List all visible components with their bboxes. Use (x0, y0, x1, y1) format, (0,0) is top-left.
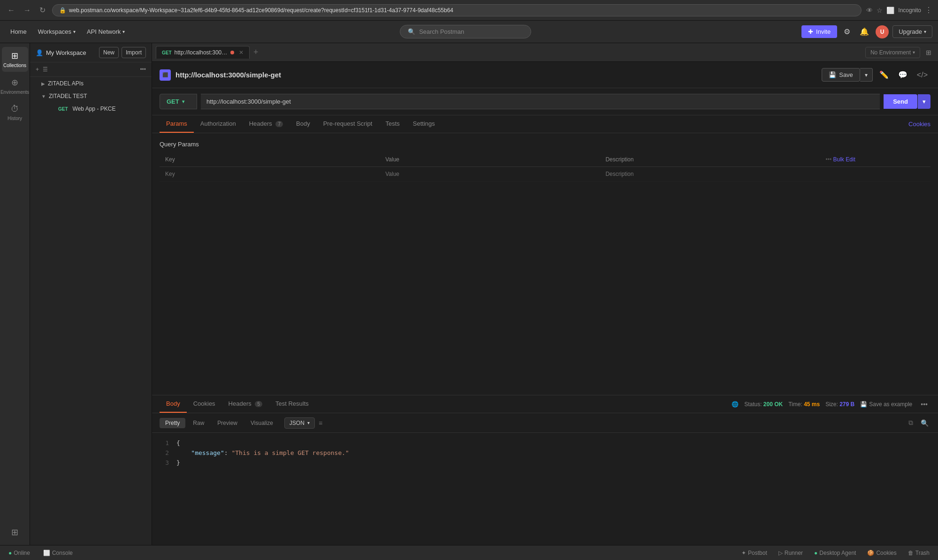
tab-close-btn[interactable]: ✕ (239, 49, 244, 56)
search-response-button[interactable]: 🔍 (919, 417, 930, 429)
cookies-link[interactable]: Cookies (908, 121, 930, 128)
reload-button[interactable]: ↻ (38, 4, 47, 16)
env-chevron-icon: ▾ (913, 50, 915, 55)
chevron-down-icon: ▼ (41, 94, 46, 99)
code-icon-btn[interactable]: </> (914, 68, 930, 82)
online-button[interactable]: ● Online (6, 549, 33, 557)
more-options-btn[interactable]: ••• (140, 66, 146, 73)
new-button[interactable]: New (99, 47, 119, 58)
desktop-agent-button[interactable]: ● Desktop Agent (811, 549, 859, 557)
sidebar-item-collections[interactable]: ⊞ Collections (2, 47, 28, 72)
tab-body[interactable]: Body (290, 115, 317, 133)
back-button[interactable]: ← (6, 4, 17, 16)
method-selector[interactable]: GET ▾ (160, 94, 197, 109)
sidebar-item-bottom[interactable]: ⊞ (2, 523, 28, 541)
copy-response-button[interactable]: ⧉ (907, 417, 915, 429)
status-code: 200 (763, 401, 773, 408)
search-container[interactable]: 🔍 Search Postman (400, 25, 531, 38)
code-line-1: 1 { (160, 439, 930, 448)
value-input[interactable] (385, 171, 594, 177)
postbot-button[interactable]: ✦ Postbot (739, 549, 770, 557)
method-badge-get: GET (56, 106, 70, 112)
api-network-chevron: ▾ (122, 29, 125, 34)
env-settings-icon[interactable]: ⊞ (923, 46, 934, 59)
tab-settings[interactable]: Settings (406, 115, 442, 133)
params-section: Query Params Key Value Description ••• B… (152, 133, 938, 395)
format-selector[interactable]: JSON ▾ (284, 417, 315, 429)
save-icon: 💾 (829, 71, 836, 78)
tab-url: http://localhost:3000/si (175, 49, 228, 56)
trash-button[interactable]: 🗑 Trash (905, 549, 932, 557)
col-actions: ••• Bulk Edit (820, 152, 930, 167)
resp-tab-headers[interactable]: Headers 5 (222, 395, 269, 413)
edit-icon-btn[interactable]: ✏️ (877, 68, 892, 82)
cookies-bottom-button[interactable]: 🍪 Cookies (864, 549, 899, 557)
resp-tab-test-results[interactable]: Test Results (269, 395, 315, 413)
collections-icon: ⊞ (11, 51, 18, 61)
body-tab-preview[interactable]: Preview (212, 418, 243, 428)
tab-tests[interactable]: Tests (379, 115, 406, 133)
send-button[interactable]: Send (884, 94, 917, 109)
search-icon: 🔍 (408, 28, 415, 35)
body-tab-visualize[interactable]: Visualize (245, 418, 279, 428)
workspaces-link[interactable]: Workspaces ▾ (33, 25, 80, 38)
workspaces-chevron: ▾ (73, 29, 76, 34)
chevron-right-icon: ▶ (41, 81, 45, 86)
filter-btn[interactable]: ☰ (43, 66, 48, 73)
request-web-app-pkce[interactable]: GET Web App - PKCE (32, 103, 150, 115)
sidebar-item-history[interactable]: ⏱ History (2, 100, 28, 125)
console-button[interactable]: ⬜ Console (40, 549, 76, 557)
save-example-button[interactable]: 💾 Save as example (860, 401, 912, 408)
tablet-icon: ⬜ (886, 7, 894, 14)
response-tabs-bar: Body Cookies Headers 5 Test Results 🌐 St… (152, 395, 938, 413)
body-tabs-bar: Pretty Raw Preview Visualize JSON ▾ ≡ ⧉ … (152, 413, 938, 433)
forward-button[interactable]: → (22, 4, 33, 16)
sidebar-item-history-label: History (8, 116, 22, 121)
api-network-link[interactable]: API Network ▾ (82, 25, 130, 38)
collection-zitadel-test[interactable]: ▼ ZITADEL TEST (32, 90, 150, 102)
send-dropdown-button[interactable]: ▾ (918, 94, 930, 109)
tab-params[interactable]: Params (160, 115, 194, 133)
upgrade-button[interactable]: Upgrade ▾ (892, 25, 932, 38)
code-line-2: 2 "message": "This is a simple GET respo… (160, 448, 930, 458)
browser-actions: 👁 ☆ ⬜ Incognito ⋮ (866, 6, 932, 15)
resp-tab-cookies[interactable]: Cookies (187, 395, 222, 413)
request-tabs: Params Authorization Headers 7 Body Pre-… (152, 115, 938, 133)
key-input[interactable] (165, 171, 374, 177)
settings-button[interactable]: ⚙ (841, 24, 853, 39)
import-button[interactable]: Import (122, 47, 146, 58)
url-input[interactable] (201, 94, 880, 109)
headers-badge: 7 (275, 121, 283, 127)
menu-icon: ⋮ (925, 6, 932, 15)
tab-prerequest[interactable]: Pre-request Script (317, 115, 379, 133)
body-tab-pretty[interactable]: Pretty (160, 418, 185, 428)
resp-tab-body[interactable]: Body (160, 395, 187, 413)
sidebar-item-environments[interactable]: ⊕ Environments (2, 74, 28, 98)
save-dropdown-button[interactable]: ▾ (860, 68, 873, 82)
notifications-button[interactable]: 🔔 (857, 24, 872, 39)
collection-zitadel-apis[interactable]: ▶ ZITADEL APIs (32, 77, 150, 90)
tab-headers[interactable]: Headers 7 (243, 115, 290, 133)
console-icon: ⬜ (43, 550, 50, 556)
globe-icon: 🌐 (732, 401, 739, 408)
more-options-btn[interactable]: ••• (918, 398, 930, 411)
query-params-label: Query Params (160, 141, 930, 148)
add-collection-btn[interactable]: + (36, 66, 39, 73)
tab-authorization[interactable]: Authorization (194, 115, 243, 133)
request-title-text: http://localhost:3000/simple-get (175, 71, 281, 79)
time-value: 45 ms (804, 401, 820, 408)
body-tab-raw[interactable]: Raw (187, 418, 210, 428)
address-bar[interactable]: 🔒 web.postman.co/workspace/My-Workspace~… (52, 4, 862, 16)
home-link[interactable]: Home (6, 25, 31, 38)
runner-button[interactable]: ▷ Runner (776, 549, 806, 557)
collections-panel: 👤 My Workspace New Import + ☰ ••• ▶ ZITA… (30, 43, 152, 545)
save-button[interactable]: 💾 Save (822, 68, 860, 82)
bulk-edit-button[interactable]: Bulk Edit (833, 156, 855, 163)
desc-input[interactable] (605, 171, 814, 177)
add-tab-button[interactable]: + (251, 46, 261, 58)
comment-icon-btn[interactable]: 💬 (895, 68, 910, 82)
word-wrap-button[interactable]: ≡ (317, 417, 324, 429)
invite-button[interactable]: ✚ Invite (801, 25, 837, 38)
request-tab[interactable]: GET http://localhost:3000/si ✕ (156, 46, 250, 59)
environment-selector[interactable]: No Environment ▾ (865, 47, 920, 58)
